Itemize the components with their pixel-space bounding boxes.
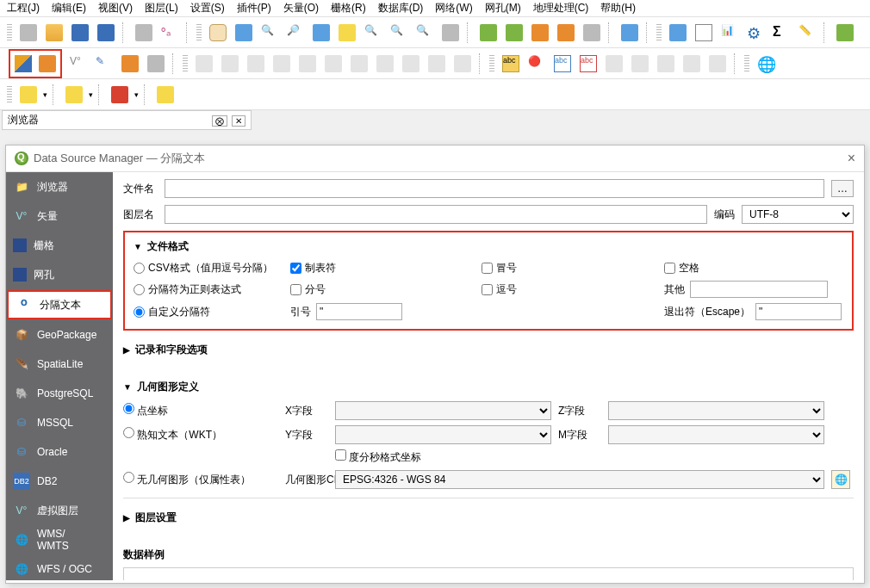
menu-layer[interactable]: 图层(L) xyxy=(145,1,178,15)
menu-mesh[interactable]: 网孔(M) xyxy=(485,1,521,15)
m-field-select[interactable] xyxy=(608,425,824,444)
sidebar-item-vector[interactable]: V°矢量 xyxy=(6,201,113,231)
menu-plugins[interactable]: 插件(P) xyxy=(237,1,271,15)
zoom-in-button[interactable]: 🔍 xyxy=(258,22,281,44)
zoom-next-button[interactable]: 🔍 xyxy=(413,22,436,44)
radio-regex[interactable]: 分隔符为正则表达式 xyxy=(134,282,280,297)
menu-project[interactable]: 工程(J) xyxy=(7,1,40,15)
select-all-button[interactable] xyxy=(154,84,177,106)
open-project-button[interactable] xyxy=(43,22,65,44)
undo-button[interactable] xyxy=(426,53,448,75)
menu-processing[interactable]: 地理处理(C) xyxy=(533,1,589,15)
cut-button[interactable] xyxy=(348,53,370,75)
close-panel-icon[interactable]: ✕ xyxy=(232,115,245,127)
save-as-button[interactable] xyxy=(95,22,117,44)
node-tool-button[interactable] xyxy=(296,53,319,75)
other-input[interactable] xyxy=(690,281,828,298)
sidebar-item-browser[interactable]: 📁浏览器 xyxy=(6,172,113,201)
redo-button[interactable] xyxy=(451,53,474,75)
x-field-select[interactable] xyxy=(335,401,551,420)
globe-button[interactable]: 🌐 xyxy=(755,53,777,75)
toolbar-grip[interactable] xyxy=(656,24,662,41)
measure-button[interactable]: 📏 xyxy=(796,22,818,44)
browse-file-button[interactable]: … xyxy=(831,180,854,197)
menu-raster[interactable]: 栅格(R) xyxy=(331,1,366,15)
pan-to-selection-button[interactable] xyxy=(233,22,255,44)
crs-picker-button[interactable]: 🌐 xyxy=(831,470,850,489)
record-options-toggle[interactable]: ▶ 记录和字段选项 xyxy=(123,343,854,357)
sidebar-item-spatialite[interactable]: 🪶SpatiaLite xyxy=(6,350,113,379)
menu-help[interactable]: 帮助(H) xyxy=(600,1,636,15)
layer-settings-toggle[interactable]: ▶ 图层设置 xyxy=(123,511,854,525)
y-field-select[interactable] xyxy=(335,425,551,444)
encoding-select[interactable]: UTF-8 xyxy=(742,205,854,224)
new-map-button[interactable] xyxy=(477,22,500,44)
menu-vector[interactable]: 矢量(O) xyxy=(283,1,319,15)
data-source-manager-button[interactable] xyxy=(12,53,34,75)
escape-input[interactable] xyxy=(755,303,842,320)
new-geopackage-button[interactable] xyxy=(36,53,59,75)
move-feature-button[interactable] xyxy=(270,53,293,75)
statistics-button[interactable]: 📊 xyxy=(718,22,741,44)
chk-dms[interactable]: 度分秒格式坐标 xyxy=(335,449,854,465)
crs-select[interactable]: EPSG:4326 - WGS 84 xyxy=(335,470,824,489)
select-by-expr-button[interactable] xyxy=(109,84,131,106)
sidebar-item-delimited-text[interactable]: ᵒ分隔文本 xyxy=(7,290,112,319)
refresh-button[interactable] xyxy=(439,22,462,44)
copy-button[interactable] xyxy=(374,53,396,75)
sidebar-item-geopackage[interactable]: 📦GeoPackage xyxy=(6,320,113,350)
dock-icon[interactable]: ⨂ xyxy=(212,115,227,127)
sidebar-item-wfs[interactable]: 🌐WFS / OGC xyxy=(6,554,113,580)
chk-semicolon[interactable]: 分号 xyxy=(290,282,471,297)
label4-button[interactable] xyxy=(603,53,625,75)
chk-space[interactable]: 空格 xyxy=(664,261,862,275)
add-feature-button[interactable] xyxy=(245,53,267,75)
bookmark-list-button[interactable] xyxy=(555,22,577,44)
temporary-button[interactable] xyxy=(581,22,603,44)
chk-comma[interactable]: 逗号 xyxy=(482,282,654,297)
edit-toggle-button[interactable] xyxy=(193,53,215,75)
layout-button[interactable] xyxy=(133,22,155,44)
radio-wkt[interactable]: 熟知文本（WKT） xyxy=(123,427,278,443)
diagram-button[interactable]: 🔴 xyxy=(525,53,548,75)
zoom-selection-button[interactable] xyxy=(336,22,358,44)
chk-tab[interactable]: 制表符 xyxy=(290,261,471,275)
zoom-out-button[interactable]: 🔎 xyxy=(284,22,307,44)
toolbar-grip[interactable] xyxy=(7,24,12,41)
radio-csv[interactable]: CSV格式（值用逗号分隔） xyxy=(134,261,280,275)
style-manager-button[interactable]: ᵒₐ xyxy=(158,22,181,44)
menu-database[interactable]: 数据库(D) xyxy=(378,1,424,15)
z-field-select[interactable] xyxy=(608,401,824,420)
delete-button[interactable] xyxy=(322,53,345,75)
label3-button[interactable]: abc xyxy=(577,53,600,75)
sigma-button[interactable]: Σ xyxy=(770,22,792,44)
sidebar-item-wms[interactable]: 🌐WMS/ WMTS xyxy=(6,525,113,554)
sidebar-item-oracle[interactable]: ⛁Oracle xyxy=(6,437,113,467)
menu-edit[interactable]: 编辑(E) xyxy=(52,1,86,15)
sidebar-item-raster[interactable]: 栅格 xyxy=(6,231,113,260)
quote-input[interactable] xyxy=(316,303,402,320)
identify-button[interactable] xyxy=(667,22,689,44)
select-button[interactable] xyxy=(17,84,40,106)
radio-custom[interactable]: 自定义分隔符 xyxy=(134,305,280,319)
sidebar-item-mesh[interactable]: 网孔 xyxy=(6,260,113,289)
label5-button[interactable] xyxy=(629,53,651,75)
chip-button[interactable] xyxy=(119,53,141,75)
zoom-last-button[interactable]: 🔍 xyxy=(388,22,410,44)
new-project-button[interactable] xyxy=(17,22,40,44)
pan-button[interactable] xyxy=(207,22,229,44)
close-icon[interactable]: × xyxy=(848,151,855,166)
sidebar-item-virtual[interactable]: V°虚拟图层 xyxy=(6,496,113,525)
deselect-button[interactable] xyxy=(63,84,85,106)
sidebar-item-mssql[interactable]: ⛁MSSQL xyxy=(6,408,113,437)
toolbar-grip[interactable] xyxy=(196,24,202,41)
new-3d-button[interactable] xyxy=(503,22,525,44)
edit-button[interactable]: ✎ xyxy=(93,53,115,75)
menu-view[interactable]: 视图(V) xyxy=(98,1,133,15)
chk-colon[interactable]: 冒号 xyxy=(482,261,654,275)
label7-button[interactable] xyxy=(680,53,703,75)
virtual-button[interactable] xyxy=(145,53,167,75)
refresh2-button[interactable] xyxy=(618,22,641,44)
radio-point[interactable]: 点坐标 xyxy=(123,403,278,418)
zoom-layer-button[interactable]: 🔍 xyxy=(362,22,384,44)
